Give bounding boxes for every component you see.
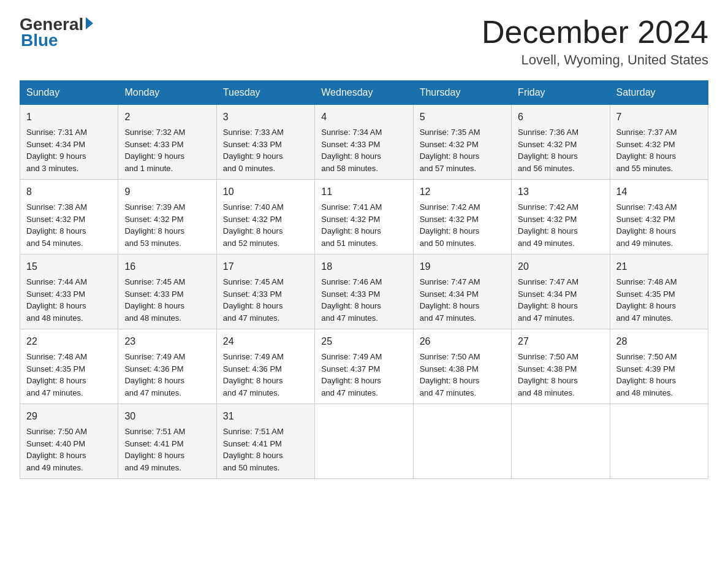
calendar-cell xyxy=(610,404,708,479)
calendar-cell: 29Sunrise: 7:50 AMSunset: 4:40 PMDayligh… xyxy=(20,404,118,479)
day-number: 18 xyxy=(321,259,406,274)
calendar-week-row: 8Sunrise: 7:38 AMSunset: 4:32 PMDaylight… xyxy=(20,180,708,255)
calendar-cell: 7Sunrise: 7:37 AMSunset: 4:32 PMDaylight… xyxy=(610,105,708,180)
calendar-cell: 30Sunrise: 7:51 AMSunset: 4:41 PMDayligh… xyxy=(118,404,216,479)
calendar-cell: 16Sunrise: 7:45 AMSunset: 4:33 PMDayligh… xyxy=(118,255,216,329)
day-info: Sunrise: 7:40 AMSunset: 4:32 PMDaylight:… xyxy=(223,202,284,248)
calendar-cell: 23Sunrise: 7:49 AMSunset: 4:36 PMDayligh… xyxy=(118,329,216,404)
logo-blue-text: Blue xyxy=(21,31,58,50)
calendar-cell: 1Sunrise: 7:31 AMSunset: 4:34 PMDaylight… xyxy=(20,105,118,180)
day-number: 7 xyxy=(616,110,702,124)
calendar-cell: 4Sunrise: 7:34 AMSunset: 4:33 PMDaylight… xyxy=(315,105,413,180)
day-info: Sunrise: 7:42 AMSunset: 4:32 PMDaylight:… xyxy=(518,202,578,248)
day-info: Sunrise: 7:31 AMSunset: 4:34 PMDaylight:… xyxy=(26,128,87,173)
title-area: December 2024 Lovell, Wyoming, United St… xyxy=(482,15,708,68)
day-number: 19 xyxy=(420,259,505,274)
day-number: 30 xyxy=(124,409,210,424)
day-info: Sunrise: 7:50 AMSunset: 4:39 PMDaylight:… xyxy=(616,352,677,397)
calendar-cell: 26Sunrise: 7:50 AMSunset: 4:38 PMDayligh… xyxy=(413,329,511,404)
day-info: Sunrise: 7:50 AMSunset: 4:38 PMDaylight:… xyxy=(420,352,480,397)
calendar-cell xyxy=(315,404,413,479)
day-number: 5 xyxy=(420,110,505,124)
day-info: Sunrise: 7:37 AMSunset: 4:32 PMDaylight:… xyxy=(616,128,677,173)
day-info: Sunrise: 7:44 AMSunset: 4:33 PMDaylight:… xyxy=(26,277,87,323)
calendar-week-row: 22Sunrise: 7:48 AMSunset: 4:35 PMDayligh… xyxy=(20,329,708,404)
day-number: 1 xyxy=(26,110,112,124)
day-info: Sunrise: 7:45 AMSunset: 4:33 PMDaylight:… xyxy=(223,277,284,323)
calendar-cell: 24Sunrise: 7:49 AMSunset: 4:36 PMDayligh… xyxy=(216,329,314,404)
day-number: 21 xyxy=(616,259,702,274)
day-number: 22 xyxy=(26,334,112,349)
day-number: 14 xyxy=(616,185,702,199)
day-info: Sunrise: 7:36 AMSunset: 4:32 PMDaylight:… xyxy=(518,128,578,173)
day-info: Sunrise: 7:39 AMSunset: 4:32 PMDaylight:… xyxy=(124,202,185,248)
day-number: 16 xyxy=(124,259,210,274)
calendar-week-row: 15Sunrise: 7:44 AMSunset: 4:33 PMDayligh… xyxy=(20,255,708,329)
header: General Blue December 2024 Lovell, Wyomi… xyxy=(20,15,708,68)
day-info: Sunrise: 7:46 AMSunset: 4:33 PMDaylight:… xyxy=(321,277,382,323)
day-number: 27 xyxy=(518,334,603,349)
day-info: Sunrise: 7:50 AMSunset: 4:40 PMDaylight:… xyxy=(26,427,87,472)
header-wednesday: Wednesday xyxy=(315,81,413,105)
day-info: Sunrise: 7:35 AMSunset: 4:32 PMDaylight:… xyxy=(420,128,480,173)
header-saturday: Saturday xyxy=(610,81,708,105)
day-info: Sunrise: 7:33 AMSunset: 4:33 PMDaylight:… xyxy=(223,128,284,173)
day-number: 8 xyxy=(26,185,112,199)
day-number: 15 xyxy=(26,259,112,274)
day-number: 25 xyxy=(321,334,406,349)
calendar-cell: 20Sunrise: 7:47 AMSunset: 4:34 PMDayligh… xyxy=(512,255,610,329)
day-info: Sunrise: 7:47 AMSunset: 4:34 PMDaylight:… xyxy=(518,277,578,323)
calendar-cell: 17Sunrise: 7:45 AMSunset: 4:33 PMDayligh… xyxy=(216,255,314,329)
day-number: 6 xyxy=(518,110,603,124)
calendar-cell: 3Sunrise: 7:33 AMSunset: 4:33 PMDaylight… xyxy=(216,105,314,180)
calendar-cell: 18Sunrise: 7:46 AMSunset: 4:33 PMDayligh… xyxy=(315,255,413,329)
calendar-cell: 19Sunrise: 7:47 AMSunset: 4:34 PMDayligh… xyxy=(413,255,511,329)
calendar-cell: 8Sunrise: 7:38 AMSunset: 4:32 PMDaylight… xyxy=(20,180,118,255)
calendar-table: SundayMondayTuesdayWednesdayThursdayFrid… xyxy=(20,80,708,479)
header-monday: Monday xyxy=(118,81,216,105)
calendar-subtitle: Lovell, Wyoming, United States xyxy=(482,52,708,68)
day-number: 24 xyxy=(223,334,308,349)
calendar-title: December 2024 xyxy=(482,15,708,50)
calendar-cell: 5Sunrise: 7:35 AMSunset: 4:32 PMDaylight… xyxy=(413,105,511,180)
header-tuesday: Tuesday xyxy=(216,81,314,105)
day-info: Sunrise: 7:41 AMSunset: 4:32 PMDaylight:… xyxy=(321,202,382,248)
calendar-cell: 14Sunrise: 7:43 AMSunset: 4:32 PMDayligh… xyxy=(610,180,708,255)
calendar-cell: 27Sunrise: 7:50 AMSunset: 4:38 PMDayligh… xyxy=(512,329,610,404)
logo-arrow-icon xyxy=(86,17,93,29)
day-info: Sunrise: 7:34 AMSunset: 4:33 PMDaylight:… xyxy=(321,128,382,173)
header-thursday: Thursday xyxy=(413,81,511,105)
day-info: Sunrise: 7:47 AMSunset: 4:34 PMDaylight:… xyxy=(420,277,480,323)
calendar-cell: 22Sunrise: 7:48 AMSunset: 4:35 PMDayligh… xyxy=(20,329,118,404)
calendar-cell: 6Sunrise: 7:36 AMSunset: 4:32 PMDaylight… xyxy=(512,105,610,180)
day-number: 12 xyxy=(420,185,505,199)
calendar-cell: 28Sunrise: 7:50 AMSunset: 4:39 PMDayligh… xyxy=(610,329,708,404)
calendar-cell: 21Sunrise: 7:48 AMSunset: 4:35 PMDayligh… xyxy=(610,255,708,329)
day-number: 13 xyxy=(518,185,603,199)
day-info: Sunrise: 7:51 AMSunset: 4:41 PMDaylight:… xyxy=(223,427,284,472)
calendar-cell: 31Sunrise: 7:51 AMSunset: 4:41 PMDayligh… xyxy=(216,404,314,479)
day-number: 9 xyxy=(124,185,210,199)
day-number: 28 xyxy=(616,334,702,349)
calendar-cell xyxy=(512,404,610,479)
day-info: Sunrise: 7:50 AMSunset: 4:38 PMDaylight:… xyxy=(518,352,578,397)
day-number: 23 xyxy=(124,334,210,349)
calendar-cell: 13Sunrise: 7:42 AMSunset: 4:32 PMDayligh… xyxy=(512,180,610,255)
day-info: Sunrise: 7:45 AMSunset: 4:33 PMDaylight:… xyxy=(124,277,185,323)
calendar-cell: 2Sunrise: 7:32 AMSunset: 4:33 PMDaylight… xyxy=(118,105,216,180)
day-info: Sunrise: 7:42 AMSunset: 4:32 PMDaylight:… xyxy=(420,202,480,248)
header-friday: Friday xyxy=(512,81,610,105)
day-number: 17 xyxy=(223,259,308,274)
calendar-cell: 11Sunrise: 7:41 AMSunset: 4:32 PMDayligh… xyxy=(315,180,413,255)
day-number: 4 xyxy=(321,110,406,124)
day-info: Sunrise: 7:51 AMSunset: 4:41 PMDaylight:… xyxy=(124,427,185,472)
calendar-header-row: SundayMondayTuesdayWednesdayThursdayFrid… xyxy=(20,81,708,105)
day-info: Sunrise: 7:48 AMSunset: 4:35 PMDaylight:… xyxy=(616,277,677,323)
calendar-cell: 9Sunrise: 7:39 AMSunset: 4:32 PMDaylight… xyxy=(118,180,216,255)
day-number: 26 xyxy=(420,334,505,349)
calendar-cell: 10Sunrise: 7:40 AMSunset: 4:32 PMDayligh… xyxy=(216,180,314,255)
day-info: Sunrise: 7:38 AMSunset: 4:32 PMDaylight:… xyxy=(26,202,87,248)
day-info: Sunrise: 7:48 AMSunset: 4:35 PMDaylight:… xyxy=(26,352,87,397)
calendar-week-row: 29Sunrise: 7:50 AMSunset: 4:40 PMDayligh… xyxy=(20,404,708,479)
day-info: Sunrise: 7:32 AMSunset: 4:33 PMDaylight:… xyxy=(124,128,185,173)
